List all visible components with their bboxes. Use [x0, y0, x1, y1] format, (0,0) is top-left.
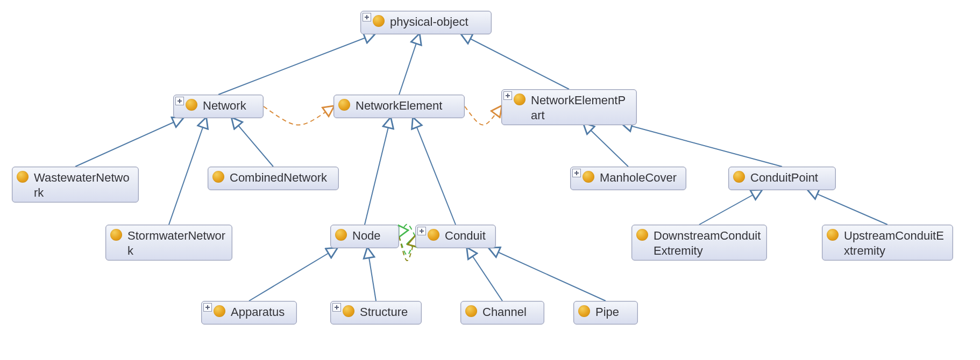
- class-label: StormwaterNetwork: [127, 227, 226, 258]
- class-dot-icon: [583, 171, 594, 183]
- class-label: ManholeCover: [600, 169, 680, 185]
- class-node-apparatus[interactable]: Apparatus: [201, 301, 297, 325]
- plus-icon: [506, 93, 510, 98]
- class-node-conduit[interactable]: Conduit: [415, 225, 496, 248]
- diagram-canvas: physical-objectNetworkNetworkElementNetw…: [0, 0, 980, 360]
- class-dot-icon: [212, 171, 224, 183]
- class-node-network[interactable]: Network: [173, 95, 264, 118]
- subclass-edge: [367, 248, 376, 301]
- class-dot-icon: [428, 229, 439, 241]
- class-dot-icon: [465, 305, 477, 317]
- class-label: Conduit: [445, 227, 490, 243]
- plus-icon: [365, 15, 369, 19]
- relation-edge: [399, 236, 415, 255]
- subclass-edge: [467, 248, 502, 301]
- subclass-edge: [462, 34, 570, 89]
- subclass-edge: [169, 118, 206, 225]
- subclass-edge: [622, 124, 782, 167]
- class-dot-icon: [186, 99, 197, 111]
- class-node-network-element-part[interactable]: NetworkElementPart: [501, 89, 637, 125]
- class-node-wastewater-network[interactable]: WastewaterNetwork: [12, 167, 139, 203]
- class-label: Channel: [482, 304, 538, 320]
- class-dot-icon: [335, 229, 347, 241]
- subclass-edge: [218, 34, 374, 95]
- expand-badge[interactable]: [332, 303, 341, 312]
- class-dot-icon: [338, 99, 350, 111]
- subclass-edge: [489, 248, 606, 301]
- class-label: Structure: [360, 304, 416, 320]
- class-node-conduit-point[interactable]: ConduitPoint: [728, 167, 836, 190]
- class-dot-icon: [514, 93, 525, 105]
- class-label: physical-object: [390, 13, 486, 30]
- class-label: NetworkElementPart: [531, 92, 631, 123]
- class-label: WastewaterNetwork: [34, 169, 133, 200]
- subclass-edge: [413, 118, 456, 225]
- plus-icon: [335, 305, 339, 309]
- class-dot-icon: [578, 305, 590, 317]
- subclass-edge: [249, 248, 337, 301]
- subclass-edge: [75, 118, 183, 167]
- class-dot-icon: [214, 305, 225, 317]
- class-node-stormwater-network[interactable]: StormwaterNetwork: [105, 225, 232, 261]
- expand-badge[interactable]: [175, 97, 184, 105]
- relation-edge: [465, 106, 501, 125]
- class-dot-icon: [733, 171, 745, 183]
- class-node-manhole-cover[interactable]: ManholeCover: [570, 167, 686, 190]
- class-label: DownstreamConduitExtremity: [654, 227, 761, 258]
- class-label: CombinedNetwork: [230, 169, 333, 185]
- class-node-physical-object[interactable]: physical-object: [360, 11, 492, 34]
- subclass-edge: [365, 118, 390, 225]
- class-node-node[interactable]: Node: [330, 225, 399, 248]
- class-label: Node: [352, 227, 393, 243]
- class-label: Pipe: [595, 304, 632, 320]
- class-dot-icon: [17, 171, 29, 183]
- class-dot-icon: [373, 15, 385, 27]
- class-label: ConduitPoint: [750, 169, 830, 185]
- class-node-upstream-conduit-extremity[interactable]: UpstreamConduitExtremity: [822, 225, 953, 261]
- class-node-network-element[interactable]: NetworkElement: [333, 95, 465, 118]
- expand-badge[interactable]: [503, 91, 512, 100]
- expand-badge[interactable]: [203, 303, 212, 312]
- relation-edge: [399, 236, 415, 261]
- subclass-edge: [584, 124, 629, 167]
- subclass-edge: [232, 118, 274, 167]
- plus-icon: [574, 171, 579, 175]
- subclass-edge: [399, 34, 420, 95]
- class-node-pipe[interactable]: Pipe: [573, 301, 638, 325]
- class-node-channel[interactable]: Channel: [460, 301, 544, 325]
- plus-icon: [205, 305, 210, 309]
- relation-edge: [264, 106, 333, 125]
- class-label: Apparatus: [231, 304, 291, 320]
- plus-icon: [177, 99, 182, 103]
- subclass-edge: [699, 190, 762, 225]
- class-label: UpstreamConduitExtremity: [844, 227, 947, 258]
- class-dot-icon: [110, 229, 122, 241]
- subclass-edge: [808, 190, 887, 225]
- class-node-structure[interactable]: Structure: [330, 301, 422, 325]
- class-node-downstream-conduit-extremity[interactable]: DownstreamConduitExtremity: [631, 225, 767, 261]
- class-label: NetworkElement: [356, 97, 459, 113]
- relation-edge: [399, 225, 415, 237]
- class-node-combined-network[interactable]: CombinedNetwork: [208, 167, 339, 190]
- class-dot-icon: [343, 305, 354, 317]
- expand-badge[interactable]: [363, 13, 371, 21]
- expand-badge[interactable]: [417, 227, 426, 235]
- expand-badge[interactable]: [572, 169, 581, 177]
- class-dot-icon: [827, 229, 839, 241]
- class-dot-icon: [636, 229, 648, 241]
- class-label: Network: [203, 97, 258, 113]
- plus-icon: [420, 229, 424, 233]
